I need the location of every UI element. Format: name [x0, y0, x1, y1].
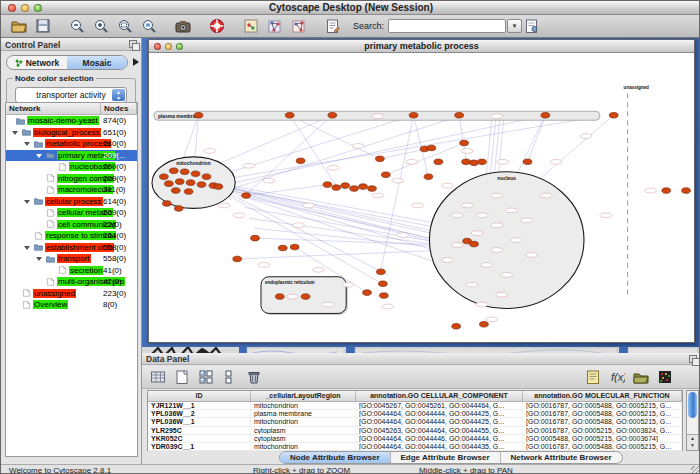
delete-attribute-icon[interactable]: [244, 367, 264, 387]
edit-network-icon[interactable]: [323, 16, 343, 36]
network-node[interactable]: [169, 168, 178, 174]
network-node[interactable]: [290, 244, 299, 250]
network-node[interactable]: [378, 281, 387, 287]
network-node[interactable]: [377, 269, 386, 275]
table-cell[interactable]: YLR295C: [148, 427, 251, 434]
function-builder-icon[interactable]: f(x): [607, 367, 627, 387]
notes-icon[interactable]: [583, 367, 603, 387]
tree-row[interactable]: nucleobase-209(0): [6, 161, 137, 173]
expand-arrow-icon[interactable]: [36, 257, 42, 261]
table-cell[interactable]: cytoplasm: [251, 427, 356, 434]
network-node[interactable]: [285, 112, 294, 118]
network-node[interactable]: [427, 145, 436, 151]
network-overlay-icon[interactable]: [289, 16, 309, 36]
network-node[interactable]: [162, 201, 171, 207]
tree-row[interactable]: cellular metabo209(0): [6, 207, 137, 219]
zoom-out-icon[interactable]: [67, 16, 87, 36]
open-icon[interactable]: [9, 16, 29, 36]
table-cell[interactable]: YPL036W__2: [148, 410, 251, 417]
scrollbar-thumb[interactable]: [688, 392, 697, 418]
tree-col-nodes[interactable]: Nodes: [101, 103, 137, 114]
table-cell[interactable]: YDR039C__1: [148, 443, 251, 450]
table-cell[interactable]: YPL036W__1: [148, 418, 251, 425]
network-node[interactable]: [455, 112, 464, 118]
table-cell[interactable]: mitochondrion: [251, 418, 356, 425]
network-node[interactable]: [541, 112, 550, 118]
unselect-attributes-icon[interactable]: [220, 367, 240, 387]
network-node[interactable]: [180, 169, 189, 175]
search-options-icon[interactable]: [522, 16, 542, 36]
tree-row[interactable]: mosaic-demo-yeast874(0): [6, 115, 137, 127]
table-cell[interactable]: YJR121W__1: [148, 402, 251, 409]
network-node[interactable]: [409, 112, 418, 118]
search-input[interactable]: [388, 19, 506, 33]
network-node[interactable]: [478, 159, 487, 165]
network-view-titlebar[interactable]: primary metabolic process: [149, 40, 694, 53]
zoom-fit-icon[interactable]: [115, 16, 135, 36]
network-node[interactable]: [460, 140, 469, 146]
tree-row[interactable]: cellular process614(0): [6, 196, 137, 208]
search-dropdown-arrow-icon[interactable]: ▼: [507, 19, 522, 33]
table-cell[interactable]: [GO:0016787, GO:0005488, GO:0005215, G..…: [523, 418, 682, 425]
network-node[interactable]: [175, 179, 184, 185]
table-column-header[interactable]: ID: [148, 391, 251, 401]
zoom-selected-icon[interactable]: [139, 16, 159, 36]
network-graph[interactable]: plasma membranemitochondrionnucleusendop…: [150, 53, 693, 342]
network-node[interactable]: [164, 181, 173, 187]
table-cell[interactable]: [GO:0045263, GO:0044464, GO:0044455, G..…: [356, 427, 523, 434]
network-node[interactable]: [523, 159, 532, 165]
tree-row[interactable]: secretion41(0): [6, 265, 137, 277]
tree-row[interactable]: cell communicat22(0): [6, 219, 137, 231]
table-row[interactable]: YDR039C__1mitochondrion[GO:0044464, GO:0…: [148, 443, 682, 451]
table-row[interactable]: YPL036W__2plasma membrane[GO:0044464, GO…: [148, 410, 682, 418]
tree-row[interactable]: nitrogen compo209(0): [6, 173, 137, 185]
network-node[interactable]: [379, 293, 388, 299]
table-column-header[interactable]: annotation.GO MOLECULAR_FUNCTION: [523, 391, 682, 401]
network-node[interactable]: [214, 184, 223, 190]
network-canvas[interactable]: plasma membranemitochondrionnucleusendop…: [150, 53, 693, 342]
annotation-icon[interactable]: [241, 16, 261, 36]
network-node[interactable]: [186, 180, 195, 186]
network-node[interactable]: [363, 290, 372, 296]
network-node[interactable]: [296, 158, 305, 164]
network-node[interactable]: [682, 188, 691, 194]
network-node[interactable]: [424, 174, 433, 180]
tab-scroll-right-icon[interactable]: [133, 58, 139, 66]
network-node[interactable]: [452, 324, 461, 330]
network-node[interactable]: [184, 189, 193, 195]
save-icon[interactable]: [33, 16, 53, 36]
table-cell[interactable]: [GO:0016787, GO:0005488, GO:0005215, G..…: [523, 410, 682, 417]
tab-edge-attribute-browser[interactable]: Edge Attribute Browser: [391, 452, 501, 463]
network-node[interactable]: [332, 185, 341, 191]
first-neighbors-icon[interactable]: [265, 16, 285, 36]
table-cell[interactable]: [GO:0044464, GO:0044444, GO:0044425, G..…: [356, 410, 523, 417]
network-node[interactable]: [470, 160, 479, 166]
tab-network[interactable]: Network: [7, 56, 67, 69]
float-data-panel-icon[interactable]: [689, 355, 697, 363]
network-node[interactable]: [341, 183, 350, 189]
table-cell[interactable]: plasma membrane: [251, 410, 356, 417]
table-cell[interactable]: [GO:0045267, GO:0045261, GO:0044464, G..…: [356, 402, 523, 409]
network-node[interactable]: [242, 193, 251, 199]
resize-grip[interactable]: [691, 466, 700, 474]
tree-col-network[interactable]: Network: [6, 103, 101, 114]
float-panel-icon[interactable]: [129, 40, 137, 48]
network-node[interactable]: [662, 188, 671, 194]
table-row[interactable]: YPL036W__1mitochondrion[GO:0044464, GO:0…: [148, 418, 682, 426]
snapshot-icon[interactable]: [173, 16, 193, 36]
tree-row[interactable]: transport558(0): [6, 253, 137, 265]
node-color-dropdown[interactable]: transporter activity ▲▼: [15, 87, 127, 103]
scrollbar-arrows[interactable]: ▲▼: [687, 434, 698, 450]
tree-row[interactable]: response to stimulu264(0): [6, 230, 137, 242]
network-node[interactable]: [194, 112, 203, 118]
tree-row[interactable]: establishment of lo558(0): [6, 242, 137, 254]
network-node[interactable]: [171, 188, 180, 194]
tree-row[interactable]: biological_process651(0): [6, 127, 137, 139]
expand-arrow-icon[interactable]: [24, 200, 30, 204]
table-column-header[interactable]: annotation.GO CELLULAR_COMPONENT: [356, 391, 523, 401]
attribute-matrix-icon[interactable]: [655, 367, 675, 387]
import-attributes-icon[interactable]: [631, 367, 651, 387]
tree-row[interactable]: metabolic process280(0): [6, 138, 137, 150]
network-node[interactable]: [328, 112, 337, 118]
tab-node-attribute-browser[interactable]: Node Attribute Browser: [280, 452, 391, 463]
